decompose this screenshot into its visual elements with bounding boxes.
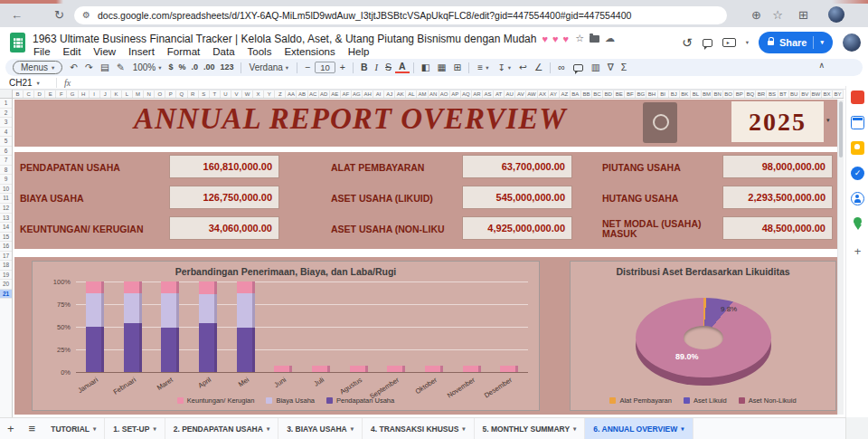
column-header-bo[interactable]: BO bbox=[723, 91, 734, 98]
bar-chart-panel[interactable]: Perbandingan Penerimaan, Biaya, dan Laba… bbox=[32, 261, 540, 411]
menu-edit[interactable]: Edit bbox=[57, 46, 88, 57]
column-header-ac[interactable]: AC bbox=[308, 91, 319, 98]
text-color-icon[interactable]: A bbox=[395, 62, 410, 73]
column-header-br[interactable]: BR bbox=[756, 91, 767, 98]
metric-value-aset-usaha-non-liku[interactable]: 4,925,000,000.00 bbox=[462, 216, 572, 240]
addon-icon[interactable] bbox=[851, 91, 864, 104]
site-info-icon[interactable]: ⚙ bbox=[82, 6, 90, 24]
row-header-14[interactable]: 14 bbox=[0, 223, 12, 233]
add-addon-icon[interactable]: + bbox=[851, 244, 864, 258]
text-rotation-icon[interactable]: ∠ bbox=[531, 60, 546, 75]
column-header-by[interactable]: BY bbox=[833, 91, 844, 98]
row-header-13[interactable]: 13 bbox=[0, 214, 12, 224]
column-header-bp[interactable]: BP bbox=[734, 91, 745, 98]
create-filter-icon[interactable]: ∇ bbox=[604, 60, 618, 75]
borders-icon[interactable]: ▦ bbox=[434, 60, 450, 75]
row-header-2[interactable]: 2 bbox=[0, 109, 12, 119]
column-header-av[interactable]: AV bbox=[515, 91, 526, 98]
metric-label-hutang-usaha[interactable]: HUTANG USAHA bbox=[602, 186, 716, 211]
column-header-ar[interactable]: AR bbox=[472, 91, 483, 98]
bold-icon[interactable]: B bbox=[357, 60, 372, 75]
column-header-bh[interactable]: BH bbox=[646, 91, 657, 98]
column-header-bq[interactable]: BQ bbox=[745, 91, 756, 98]
column-header-y[interactable]: Y bbox=[264, 91, 275, 98]
column-header-r[interactable]: R bbox=[188, 91, 199, 98]
format-currency-icon[interactable]: $ bbox=[165, 60, 175, 75]
increase-decimal-icon[interactable]: .00 bbox=[201, 60, 218, 75]
column-header-be[interactable]: BE bbox=[614, 91, 625, 98]
column-header-k[interactable]: K bbox=[111, 91, 122, 98]
decrease-font-size-icon[interactable]: − bbox=[301, 60, 314, 75]
insert-comment-icon[interactable] bbox=[573, 64, 583, 72]
column-header-aj[interactable]: AJ bbox=[384, 91, 395, 98]
account-avatar[interactable] bbox=[843, 33, 861, 52]
metric-label-net-modal-usaha-masuk[interactable]: NET MODAL (USAHA) MASUK bbox=[602, 216, 716, 242]
row-header-9[interactable]: 9 bbox=[0, 175, 12, 185]
column-header-bg[interactable]: BG bbox=[636, 91, 646, 98]
column-header-an[interactable]: AN bbox=[429, 91, 439, 98]
metric-label-alat-pembayaran[interactable]: ALAT PEMBAYARAN bbox=[331, 155, 465, 180]
sheet-tab-tutorial[interactable]: TUTORIAL▾ bbox=[42, 418, 105, 439]
column-header-c[interactable]: C bbox=[24, 91, 34, 98]
reload-icon[interactable]: ↻ bbox=[54, 8, 64, 22]
redo-icon[interactable]: ↷ bbox=[81, 60, 97, 75]
column-header-w[interactable]: W bbox=[242, 91, 253, 98]
column-header-bc[interactable]: BC bbox=[592, 91, 603, 98]
column-header-v[interactable]: V bbox=[231, 91, 242, 98]
menu-tools[interactable]: Tools bbox=[241, 46, 278, 57]
metric-value-net-modal-usaha-masuk[interactable]: 48,500,000.00 bbox=[722, 216, 833, 240]
column-header-ap[interactable]: AP bbox=[450, 91, 461, 98]
column-header-bs[interactable]: BS bbox=[767, 91, 778, 98]
column-header-bk[interactable]: BK bbox=[680, 91, 691, 98]
chevron-down-icon[interactable]: ▾ bbox=[573, 425, 576, 433]
share-button[interactable]: Share ▾ bbox=[759, 32, 833, 53]
column-header-bl[interactable]: BL bbox=[691, 91, 702, 98]
metric-value-alat-pembayaran[interactable]: 63,700,000.00 bbox=[462, 155, 572, 178]
present-icon[interactable] bbox=[722, 38, 736, 47]
name-box[interactable]: CH21 ▾ bbox=[0, 78, 56, 88]
column-header-o[interactable]: O bbox=[155, 91, 165, 98]
column-header-af[interactable]: AF bbox=[341, 91, 352, 98]
sheet-tab-5-monthly-summary[interactable]: 5. MONTHLY SUMMARY▾ bbox=[475, 418, 586, 439]
row-header-19[interactable]: 19 bbox=[0, 271, 12, 281]
text-wrap-icon[interactable]: ↩ bbox=[515, 60, 531, 75]
version-history-icon[interactable]: ↺ bbox=[682, 35, 693, 50]
back-icon[interactable]: ← bbox=[11, 8, 23, 22]
column-header-x[interactable]: X bbox=[253, 91, 264, 98]
contacts-icon[interactable] bbox=[851, 192, 864, 205]
move-folder-icon[interactable] bbox=[590, 35, 599, 43]
row-header-18[interactable]: 18 bbox=[0, 261, 12, 271]
insert-link-icon[interactable]: ∞ bbox=[554, 60, 569, 75]
zoom-select[interactable]: 100%▾ bbox=[128, 62, 166, 72]
horizontal-align-icon[interactable]: ≡▾ bbox=[473, 62, 493, 72]
address-bar[interactable]: ⚙ docs.google.com/spreadsheets/d/1XY-6AQ… bbox=[74, 6, 727, 24]
format-percent-icon[interactable]: % bbox=[176, 60, 189, 75]
row-header-8[interactable]: 8 bbox=[0, 166, 12, 176]
metric-label-aset-usaha-non-liku[interactable]: ASET USAHA (NON-LIKU bbox=[331, 216, 465, 242]
metric-value-pendapatan-usaha[interactable]: 160,810,000.00 bbox=[169, 155, 279, 178]
column-header-d[interactable]: D bbox=[34, 91, 45, 98]
row-header-21[interactable]: 21 bbox=[0, 290, 12, 300]
row-header-20[interactable]: 20 bbox=[0, 280, 12, 290]
metric-label-biaya-usaha[interactable]: BIAYA USAHA bbox=[20, 186, 157, 211]
calendar-icon[interactable] bbox=[851, 116, 864, 129]
row-header-5[interactable]: 5 bbox=[0, 137, 12, 147]
zoom-icon[interactable]: ⊕ bbox=[751, 8, 761, 22]
column-header-ab[interactable]: AB bbox=[297, 91, 307, 98]
chevron-down-icon[interactable]: ▾ bbox=[462, 425, 465, 433]
star-icon[interactable]: ☆ bbox=[575, 33, 584, 44]
extensions-icon[interactable]: ⊞ bbox=[798, 8, 808, 22]
column-header-ak[interactable]: AK bbox=[395, 91, 406, 98]
undo-icon[interactable]: ↶ bbox=[66, 60, 81, 75]
column-header-as[interactable]: AS bbox=[483, 91, 494, 98]
column-header-bi[interactable]: BI bbox=[658, 91, 669, 98]
metric-label-piutang-usaha[interactable]: PIUTANG USAHA bbox=[602, 155, 716, 180]
chevron-down-icon[interactable]: ▾ bbox=[681, 425, 684, 433]
column-header-g[interactable]: G bbox=[67, 91, 78, 98]
sheet-tab-6-annual-overview[interactable]: 6. ANNUAL OVERVIEW▾ bbox=[585, 418, 693, 439]
row-header-17[interactable]: 17 bbox=[0, 252, 12, 262]
column-header-u[interactable]: U bbox=[221, 91, 231, 98]
column-header-am[interactable]: AM bbox=[417, 91, 428, 98]
column-header-n[interactable]: N bbox=[144, 91, 155, 98]
column-header-bx[interactable]: BX bbox=[822, 91, 833, 98]
